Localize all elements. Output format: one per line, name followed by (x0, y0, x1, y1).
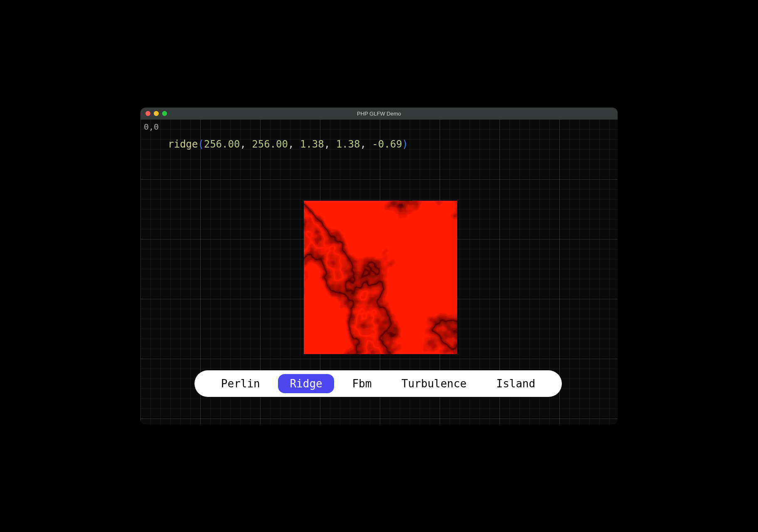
traffic-lights (145, 111, 167, 116)
noise-preview (304, 201, 457, 354)
arg-3: 1.38 (300, 138, 324, 150)
app-window: PHP GLFW Demo 0,0 ridge(256.00, 256.00, … (140, 108, 618, 424)
arg-2: 256.00 (252, 138, 288, 150)
close-paren: ) (402, 138, 408, 150)
arg-5: -0.69 (372, 138, 402, 150)
window-title: PHP GLFW Demo (140, 111, 618, 117)
function-name: ridge (168, 138, 198, 150)
noise-type-tabs: Perlin Ridge Fbm Turbulence Island (194, 370, 562, 397)
open-paren: ( (198, 138, 204, 150)
titlebar: PHP GLFW Demo (140, 108, 618, 119)
tab-fbm[interactable]: Fbm (340, 374, 383, 393)
minimize-icon[interactable] (154, 111, 159, 116)
origin-coordinate-label: 0,0 (144, 122, 159, 132)
tab-perlin[interactable]: Perlin (209, 374, 272, 393)
arg-4: 1.38 (336, 138, 360, 150)
tab-island[interactable]: Island (485, 374, 547, 393)
tab-ridge[interactable]: Ridge (278, 374, 334, 393)
close-icon[interactable] (145, 111, 150, 116)
svg-rect-0 (304, 201, 457, 354)
tab-turbulence[interactable]: Turbulence (390, 374, 478, 393)
maximize-icon[interactable] (162, 111, 167, 116)
viewport[interactable]: 0,0 ridge(256.00, 256.00, 1.38, 1.38, -0… (140, 119, 618, 424)
function-call-display: ridge(256.00, 256.00, 1.38, 1.38, -0.69) (168, 138, 408, 150)
arg-1: 256.00 (204, 138, 240, 150)
